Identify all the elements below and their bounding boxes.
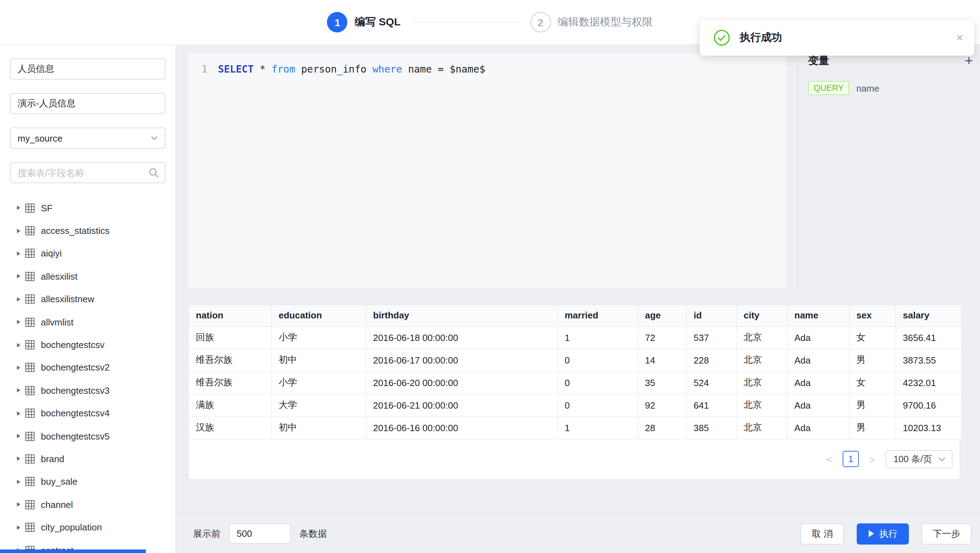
tree-item-channel[interactable]: channel: [10, 493, 165, 516]
step-2[interactable]: 2 编辑数据模型与权限: [530, 12, 653, 32]
close-icon[interactable]: ×: [956, 32, 963, 44]
column-header-nation: nation: [189, 305, 271, 326]
expand-caret-icon[interactable]: [17, 411, 21, 415]
pagination-next-icon[interactable]: >: [866, 453, 878, 465]
table-cell: 1: [557, 416, 638, 439]
tree-item-buy_sale[interactable]: buy_sale: [10, 470, 165, 493]
stepper: 1 编写 SQL 2 编辑数据模型与权限: [327, 12, 653, 32]
step-2-label: 编辑数据模型与权限: [558, 16, 653, 29]
next-step-button[interactable]: 下一步: [921, 523, 972, 544]
tree-item-allvmlist[interactable]: allvmlist: [10, 311, 165, 334]
results-card: nationeducationbirthdaymarriedageidcityn…: [188, 304, 960, 479]
variable-type-tag: QUERY: [808, 81, 849, 95]
sql-token: person_info: [295, 64, 372, 75]
table-cell: 28: [638, 416, 686, 439]
expand-caret-icon[interactable]: [17, 251, 21, 256]
table-icon: [25, 317, 35, 327]
step-1-label: 编写 SQL: [355, 16, 401, 29]
table-icon: [25, 408, 35, 418]
table-name: bochengtestcsv3: [41, 385, 110, 396]
table-icon: [25, 523, 35, 532]
table-name: access_statistics: [41, 226, 110, 236]
expand-caret-icon[interactable]: [17, 525, 21, 529]
pagination-prev-icon[interactable]: <: [823, 453, 835, 465]
expand-caret-icon[interactable]: [17, 503, 21, 507]
content-area: my_source SFaccess_statisticsaiqiyialles…: [0, 45, 980, 553]
table-cell: 大学: [271, 394, 366, 416]
table-name: allesxilist: [41, 271, 78, 282]
datasource-select[interactable]: my_source: [10, 127, 165, 149]
table-name: SF: [41, 203, 52, 213]
search-input[interactable]: [10, 162, 165, 183]
display-name-input[interactable]: [10, 93, 165, 114]
table-cell: 北京: [736, 416, 787, 439]
row-limit-group: 展示前 条数据: [193, 523, 327, 544]
table-cell: Ada: [787, 326, 849, 349]
table-cell: 9700.16: [896, 394, 961, 416]
page-size-select[interactable]: 100 条/页: [886, 450, 953, 468]
toast-message: 执行成功: [740, 31, 956, 44]
expand-caret-icon[interactable]: [17, 274, 21, 279]
table-cell: 男: [849, 416, 896, 439]
add-variable-icon[interactable]: +: [965, 54, 973, 68]
expand-caret-icon[interactable]: [17, 389, 21, 393]
results-header-row: nationeducationbirthdaymarriedageidcityn…: [189, 305, 961, 326]
table-cell: 汉族: [189, 416, 271, 439]
expand-caret-icon[interactable]: [17, 206, 21, 210]
variable-item: QUERY name: [808, 81, 973, 95]
variables-title: 变量: [808, 54, 829, 67]
pagination-current-page[interactable]: 1: [843, 451, 859, 467]
column-header-salary: salary: [896, 305, 961, 326]
expand-caret-icon[interactable]: [17, 365, 21, 370]
tree-item-brand[interactable]: brand: [10, 448, 165, 470]
expand-caret-icon[interactable]: [17, 229, 21, 233]
tree-item-bochengtestcsv[interactable]: bochengtestcsv: [10, 334, 165, 356]
tree-item-city_population[interactable]: city_population: [10, 516, 165, 539]
step-1-number: 1: [327, 12, 348, 32]
pagination: < 1 > 100 条/页: [189, 439, 959, 479]
table-name: buy_sale: [41, 477, 78, 487]
scrollbar-thumb[interactable]: [0, 550, 146, 553]
expand-caret-icon[interactable]: [17, 434, 21, 438]
variables-header: 变量 +: [808, 54, 973, 68]
sql-token: where: [372, 64, 402, 75]
tree-item-bochengtestcsv2[interactable]: bochengtestcsv2: [10, 356, 165, 379]
table-icon: [25, 272, 35, 281]
tree-item-allesxilistnew[interactable]: allesxilistnew: [10, 288, 165, 311]
sql-editor[interactable]: 1 SELECT * from person_info where name =…: [188, 54, 786, 288]
expand-caret-icon[interactable]: [17, 480, 21, 484]
results-body: 回族小学2016-06-18 00:00:00172537北京Ada女3656.…: [189, 326, 961, 439]
limit-input[interactable]: [229, 523, 291, 544]
expand-caret-icon[interactable]: [17, 343, 21, 347]
tree-item-bochengtestcsv4[interactable]: bochengtestcsv4: [10, 402, 165, 425]
tree-item-bochengtestcsv3[interactable]: bochengtestcsv3: [10, 379, 165, 402]
tree-item-access_statistics[interactable]: access_statistics: [10, 219, 165, 242]
editor-row: 1 SELECT * from person_info where name =…: [176, 45, 980, 288]
column-header-id: id: [686, 305, 736, 326]
tree-item-bochengtestcsv5[interactable]: bochengtestcsv5: [10, 425, 165, 448]
model-name-input[interactable]: [10, 59, 165, 79]
table-name: aiqiyi: [41, 248, 62, 259]
table-cell: 男: [849, 349, 896, 371]
expand-caret-icon[interactable]: [17, 320, 21, 324]
execute-button[interactable]: 执行: [857, 523, 909, 544]
table-cell: 女: [849, 326, 896, 349]
expand-caret-icon[interactable]: [17, 457, 21, 461]
column-header-married: married: [557, 305, 638, 326]
column-header-birthday: birthday: [366, 305, 557, 326]
sql-code-line: SELECT * from person_info where name = $…: [218, 64, 485, 75]
table-row: 维吾尔族初中2016-06-17 00:00:00014228北京Ada男387…: [189, 349, 961, 371]
table-cell: 35: [638, 371, 686, 394]
step-2-number: 2: [530, 12, 550, 32]
table-cell: 北京: [736, 371, 787, 394]
tree-item-allesxilist[interactable]: allesxilist: [10, 265, 165, 288]
table-cell: 641: [686, 394, 736, 416]
table-cell: 维吾尔族: [189, 349, 271, 371]
tree-item-aiqiyi[interactable]: aiqiyi: [10, 242, 165, 265]
cancel-button[interactable]: 取 消: [801, 523, 844, 544]
table-cell: 2016-06-20 00:00:00: [366, 371, 557, 394]
table-cell: 2016-06-16 00:00:00: [366, 416, 557, 439]
expand-caret-icon[interactable]: [17, 297, 21, 302]
step-1[interactable]: 1 编写 SQL: [327, 12, 401, 32]
tree-item-SF[interactable]: SF: [10, 197, 165, 219]
